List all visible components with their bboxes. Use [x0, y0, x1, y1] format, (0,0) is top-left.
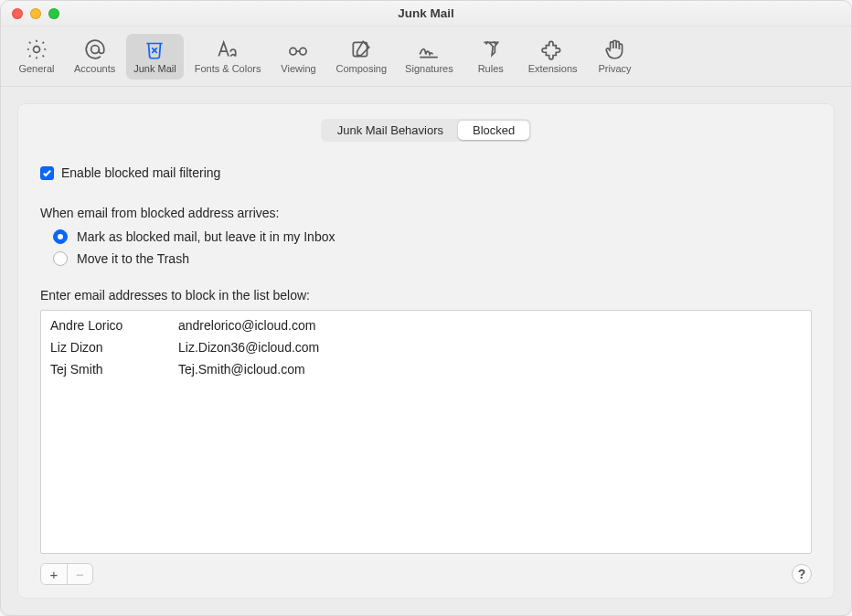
junk-tabs-segmented: Junk Mail Behaviors Blocked [321, 119, 532, 142]
list-item[interactable]: Liz Dizon Liz.Dizon36@icloud.com [41, 336, 811, 358]
rules-icon [479, 37, 503, 61]
preferences-window: Junk Mail General Accounts Junk Mail [0, 0, 852, 616]
tab-blocked[interactable]: Blocked [458, 121, 529, 140]
preferences-toolbar: General Accounts Junk Mail Fonts & Color… [1, 27, 851, 87]
toolbar-accounts[interactable]: Accounts [67, 34, 122, 80]
toolbar-composing[interactable]: Composing [328, 34, 394, 80]
tab-junk-behaviors[interactable]: Junk Mail Behaviors [323, 121, 458, 140]
list-item[interactable]: Andre Lorico andrelorico@icloud.com [41, 311, 811, 336]
toolbar-label: Fonts & Colors [195, 63, 261, 74]
blocked-addresses-list[interactable]: Andre Lorico andrelorico@icloud.com Liz … [40, 310, 812, 554]
svg-point-2 [290, 48, 296, 54]
glasses-icon [286, 37, 310, 61]
plus-icon: + [50, 568, 59, 581]
help-button[interactable]: ? [792, 564, 812, 584]
list-item[interactable]: Tej Smith Tej.Smith@icloud.com [41, 358, 811, 380]
gear-icon [25, 37, 48, 61]
hand-icon [603, 37, 627, 61]
toolbar-label: Junk Mail [133, 63, 176, 74]
enable-blocked-label: Enable blocked mail filtering [61, 165, 220, 180]
radio-mark-label: Mark as blocked mail, but leave it in my… [77, 229, 335, 244]
svg-rect-4 [354, 42, 367, 56]
blocked-email: andrelorico@icloud.com [178, 318, 315, 333]
toolbar-label: Signatures [405, 63, 453, 74]
content-area: Junk Mail Behaviors Blocked Enable block… [1, 87, 851, 615]
blocked-email: Liz.Dizon36@icloud.com [178, 340, 319, 355]
toolbar-fonts-colors[interactable]: Fonts & Colors [187, 34, 269, 80]
toolbar-label: Extensions [528, 63, 578, 74]
svg-point-3 [300, 48, 306, 54]
toolbar-extensions[interactable]: Extensions [521, 34, 585, 80]
blocked-email: Tej.Smith@icloud.com [178, 362, 305, 377]
at-sign-icon [83, 37, 107, 61]
radio-move-trash[interactable]: Move it to the Trash [53, 251, 812, 266]
radio-trash-label: Move it to the Trash [77, 251, 189, 266]
trash-x-icon [143, 37, 166, 61]
toolbar-viewing[interactable]: Viewing [272, 34, 325, 80]
toolbar-rules[interactable]: Rules [464, 34, 517, 80]
puzzle-icon [541, 37, 565, 61]
signature-icon [417, 37, 441, 61]
fonts-icon [216, 37, 240, 61]
toolbar-label: Privacy [598, 63, 631, 74]
radio-mark-blocked[interactable]: Mark as blocked mail, but leave it in my… [53, 229, 812, 244]
toolbar-signatures[interactable]: Signatures [398, 34, 461, 80]
toolbar-label: Composing [335, 63, 387, 74]
radio-selected-icon [53, 229, 68, 244]
toolbar-privacy[interactable]: Privacy [589, 34, 642, 80]
toolbar-label: General [18, 63, 54, 74]
blocked-name: Tej Smith [50, 362, 178, 377]
svg-point-1 [91, 45, 99, 53]
enable-blocked-filtering-row[interactable]: Enable blocked mail filtering [40, 165, 812, 180]
enter-addresses-label: Enter email addresses to block in the li… [40, 288, 812, 303]
compose-icon [349, 37, 373, 61]
radio-unselected-icon [53, 251, 68, 266]
toolbar-label: Accounts [74, 63, 115, 74]
titlebar: Junk Mail [1, 1, 851, 27]
blocked-pane: Junk Mail Behaviors Blocked Enable block… [17, 103, 835, 599]
minus-icon: − [76, 568, 84, 581]
add-remove-group: + − [40, 563, 93, 585]
toolbar-general[interactable]: General [10, 34, 63, 80]
remove-button[interactable]: − [67, 564, 92, 584]
blocked-name: Andre Lorico [50, 318, 178, 333]
checkbox-checked-icon [40, 166, 54, 180]
blocked-name: Liz Dizon [50, 340, 178, 355]
window-title: Junk Mail [1, 6, 851, 20]
arrives-label: When email from blocked address arrives: [40, 206, 812, 220]
toolbar-junk-mail[interactable]: Junk Mail [126, 34, 183, 80]
arrives-radio-group: Mark as blocked mail, but leave it in my… [53, 229, 812, 266]
pane-footer: + − ? [40, 563, 812, 585]
toolbar-label: Viewing [281, 63, 315, 74]
toolbar-label: Rules [478, 63, 504, 74]
add-button[interactable]: + [41, 564, 67, 584]
svg-point-0 [34, 46, 40, 52]
question-icon: ? [798, 567, 806, 581]
